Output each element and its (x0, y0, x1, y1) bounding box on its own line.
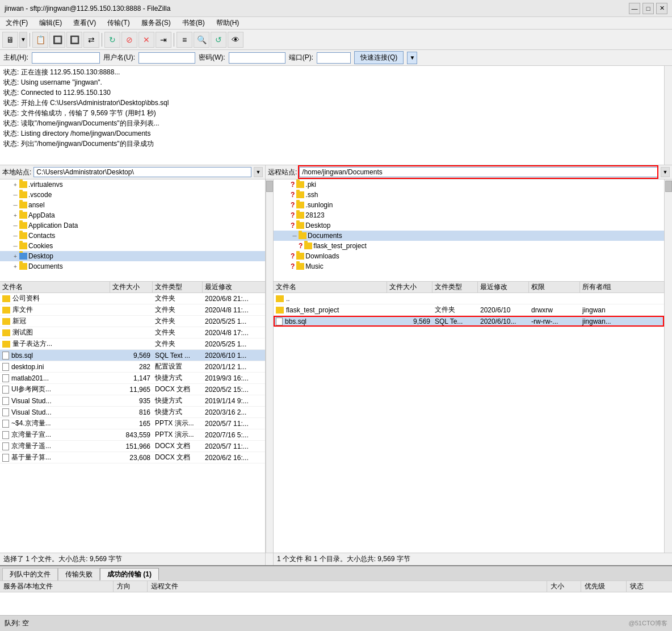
local-col-name[interactable]: 文件名 (0, 282, 110, 292)
port-input[interactable] (317, 52, 351, 64)
expander-vscode[interactable]: ─ (11, 191, 19, 199)
remote-col-perm[interactable]: 权限 (529, 282, 580, 292)
remote-path-dropdown[interactable]: ▼ (661, 167, 670, 177)
maximize-button[interactable]: □ (642, 3, 654, 14)
remote-col-name[interactable]: 文件名 (274, 282, 387, 292)
expander-ansel[interactable]: ─ (11, 201, 19, 209)
expander-desktop[interactable]: + (11, 252, 19, 260)
local-file-row[interactable]: ~$4.京湾量...165PPTX 演示...2020/5/7 11:... (0, 418, 265, 429)
toolbar-btn-compare[interactable]: 👁 (228, 32, 243, 48)
close-button[interactable]: ✕ (656, 3, 667, 14)
toolbar-btn-4[interactable]: 🔲 (66, 32, 82, 48)
local-file-row[interactable]: 基于量子算...23,608DOCX 文档2020/6/2 16:... (0, 452, 265, 463)
tab-success[interactable]: 成功的传输 (1) (100, 568, 159, 580)
menu-help[interactable]: 帮助(H) (213, 17, 243, 29)
toolbar-btn-stop[interactable]: ✕ (138, 32, 154, 48)
local-file-row[interactable]: Visual Stud...935快捷方式2019/1/14 9:... (0, 395, 265, 407)
expander-appdata[interactable]: + (11, 211, 19, 219)
local-tree-item-appdata[interactable]: ─ Application Data (0, 220, 265, 231)
log-scrollbar[interactable] (664, 66, 672, 165)
quickconnect-button[interactable]: 快速连接(Q) (354, 51, 404, 64)
tab-failed[interactable]: 传输失败 (58, 568, 100, 580)
remote-file-row[interactable]: bbs.sql9,569SQL Te...2020/6/10...-rw-rw-… (274, 316, 664, 327)
local-file-row[interactable]: 测试图文件夹2020/4/8 17:... (0, 327, 265, 339)
menu-edit[interactable]: 编辑(E) (36, 17, 65, 29)
toolbar-btn-3[interactable]: 🔲 (49, 32, 65, 48)
expander-documents[interactable]: + (11, 262, 19, 270)
local-tree-item[interactable]: ─ .vscode (0, 190, 265, 200)
menu-view[interactable]: 查看(V) (70, 17, 99, 29)
local-file-row[interactable]: 量子表达方...文件夹2020/5/25 1... (0, 339, 265, 350)
local-file-row[interactable]: desktop.ini282配置设置2020/1/12 1... (0, 361, 265, 373)
menu-bookmark[interactable]: 书签(B) (179, 17, 208, 29)
local-tree-item[interactable]: ─ Contacts (0, 231, 265, 241)
toolbar-btn-search[interactable]: 🔍 (194, 32, 209, 48)
local-tree-item-desktop[interactable]: + Desktop (0, 251, 265, 261)
remote-tree-downloads[interactable]: ? Downloads (274, 251, 664, 261)
local-path-dropdown[interactable]: ▼ (254, 167, 263, 177)
local-tree-item[interactable]: + AppData (0, 210, 265, 220)
remote-path-input[interactable] (299, 167, 658, 177)
remote-scrollbar[interactable] (664, 179, 672, 553)
local-file-row[interactable]: 京湾量子宣...843,559PPTX 演示...2020/7/16 5:... (0, 429, 265, 441)
local-col-date[interactable]: 最近修改 (203, 282, 265, 292)
expander-appdata2[interactable]: ─ (11, 222, 19, 229)
file-icon (2, 386, 9, 394)
local-file-row[interactable]: 新冠文件夹2020/5/25 1... (0, 316, 265, 327)
local-tree-item[interactable]: ─ Cookies (0, 241, 265, 251)
remote-col-size[interactable]: 文件大小 (387, 282, 432, 292)
expander-cookies[interactable]: ─ (11, 242, 19, 250)
expander-contacts[interactable]: ─ (11, 232, 19, 240)
log-line-2: 状态: Connected to 112.95.150.130 (3, 87, 669, 98)
remote-tree-28123[interactable]: ? 28123 (274, 210, 664, 220)
minimize-button[interactable]: — (629, 3, 640, 14)
remote-tree-pki[interactable]: ? .pki (274, 179, 664, 190)
remote-tree-flask[interactable]: ? flask_test_project (274, 241, 664, 251)
expander-virtualenvs[interactable]: + (11, 181, 19, 189)
local-file-row[interactable]: bbs.sql9,569SQL Text ...2020/6/10 1... (0, 350, 265, 361)
remote-tree-sunlogin[interactable]: ? .sunlogin (274, 200, 664, 210)
local-file-row[interactable]: 京湾量子遥...151,966DOCX 文档2020/5/7 11:... (0, 441, 265, 452)
remote-file-row[interactable]: .. (274, 293, 664, 304)
toolbar-btn-refresh[interactable]: ↻ (104, 32, 120, 48)
pass-input[interactable] (229, 52, 285, 64)
tab-queued[interactable]: 列队中的文件 (2, 568, 58, 580)
menu-server[interactable]: 服务器(S) (138, 17, 174, 29)
toolbar-btn-cancel[interactable]: ⊘ (121, 32, 137, 48)
local-tree-item[interactable]: ─ ansel (0, 200, 265, 210)
toolbar-btn-reconnect[interactable]: ↺ (211, 32, 226, 48)
local-scrollbar[interactable] (266, 179, 274, 553)
remote-tree-ssh[interactable]: ? .ssh (274, 190, 664, 200)
local-file-row[interactable]: 库文件文件夹2020/4/8 11:... (0, 304, 265, 316)
remote-tree-documents[interactable]: ─ Documents (274, 231, 664, 241)
local-tree-item[interactable]: + .virtualenvs (0, 179, 265, 190)
local-file-row[interactable]: Visual Stud...816快捷方式2020/3/16 2... (0, 407, 265, 418)
expander-documents[interactable]: ─ (291, 232, 299, 240)
toolbar-btn-queue[interactable]: ≡ (177, 32, 192, 48)
remote-tree-desktop[interactable]: ? Desktop (274, 220, 664, 231)
menu-transfer[interactable]: 传输(T) (104, 17, 133, 29)
remote-col-owner[interactable]: 所有者/组 (580, 282, 664, 292)
remote-tree-music[interactable]: ? Music (274, 261, 664, 271)
toolbar-dropdown-1[interactable]: ▼ (19, 32, 27, 48)
toolbar-btn-2[interactable]: 📋 (32, 32, 48, 48)
remote-file-row[interactable]: flask_test_project文件夹2020/6/10drwxrwjing… (274, 304, 664, 316)
user-input[interactable] (138, 52, 195, 64)
host-input[interactable] (32, 52, 100, 64)
menu-file[interactable]: 文件(F) (2, 17, 31, 29)
local-file-row[interactable]: 公司资料文件夹2020/6/8 21:... (0, 293, 265, 304)
local-file-row[interactable]: matlab201...1,147快捷方式2019/9/3 16:... (0, 373, 265, 384)
local-tree-item[interactable]: + Documents (0, 261, 265, 271)
toolbar-btn-5[interactable]: ⇄ (83, 32, 99, 48)
local-path-input[interactable] (33, 167, 251, 177)
quickconnect-dropdown[interactable]: ▼ (407, 52, 417, 64)
local-col-size[interactable]: 文件大小 (110, 282, 153, 292)
remote-col-date[interactable]: 最近修改 (478, 282, 529, 292)
local-file-row[interactable]: UI参考网页...11,965DOCX 文档2020/5/2 15:... (0, 384, 265, 395)
toolbar-btn-skip[interactable]: ⇥ (156, 32, 171, 48)
file-size: 935 (110, 397, 153, 405)
local-col-type[interactable]: 文件类型 (153, 282, 203, 292)
toolbar-btn-1[interactable]: 🖥 (2, 32, 18, 48)
remote-col-type[interactable]: 文件类型 (432, 282, 478, 292)
question-icon: ? (291, 181, 295, 189)
